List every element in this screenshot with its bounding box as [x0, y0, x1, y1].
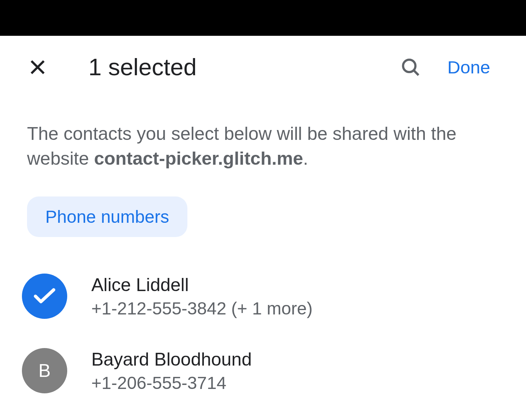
- contact-info: Alice Liddell +1-212-555-3842 (+ 1 more): [91, 274, 313, 318]
- filter-chip-phone-numbers[interactable]: Phone numbers: [27, 196, 187, 237]
- status-bar: [0, 0, 526, 36]
- contact-avatar-selected: [22, 274, 67, 319]
- search-icon: [400, 57, 421, 78]
- header: 1 selected Done: [0, 36, 526, 95]
- checkmark-icon: [34, 287, 56, 305]
- contact-info: Bayard Bloodhound +1-206-555-3714: [91, 349, 252, 393]
- contact-avatar: B: [22, 348, 67, 393]
- contact-name: Alice Liddell: [91, 274, 313, 295]
- contact-list: Alice Liddell +1-212-555-3842 (+ 1 more)…: [0, 237, 526, 415]
- svg-point-2: [403, 60, 415, 72]
- done-button[interactable]: Done: [447, 57, 499, 77]
- contact-item[interactable]: B Bayard Bloodhound +1-206-555-3714: [22, 341, 504, 415]
- search-button[interactable]: [400, 57, 421, 78]
- description-domain: contact-picker.glitch.me: [94, 148, 303, 169]
- close-icon: [27, 57, 48, 78]
- close-button[interactable]: [27, 57, 48, 78]
- header-title: 1 selected: [88, 53, 400, 81]
- svg-line-3: [413, 70, 418, 75]
- contact-phone: +1-206-555-3714: [91, 373, 252, 393]
- description-suffix: .: [303, 148, 308, 169]
- contact-item[interactable]: Alice Liddell +1-212-555-3842 (+ 1 more): [22, 266, 504, 341]
- chip-container: Phone numbers: [0, 171, 526, 237]
- contact-phone: +1-212-555-3842 (+ 1 more): [91, 298, 313, 318]
- contact-name: Bayard Bloodhound: [91, 349, 252, 370]
- share-description: The contacts you select below will be sh…: [0, 95, 526, 171]
